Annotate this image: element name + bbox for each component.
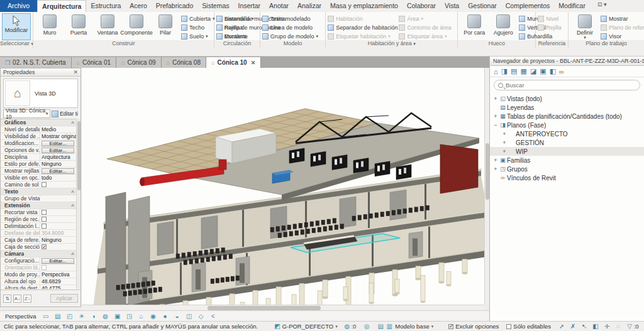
- expander-icon[interactable]: +: [501, 131, 508, 137]
- view-tab-c-nica-09[interactable]: ⌂Cónica 09: [116, 57, 161, 68]
- por-cara-button[interactable]: Por cara: [460, 13, 489, 40]
- sun-path-icon[interactable]: ☀: [77, 312, 86, 320]
- constraints-icon[interactable]: ◇: [197, 312, 206, 320]
- visual-style-icon[interactable]: ◰: [65, 312, 74, 320]
- texto-modelado-button[interactable]: Texto modelado: [262, 14, 318, 23]
- property-section-texto[interactable]: Texto: [1, 188, 77, 195]
- property-row-delimitaci-n-l-[interactable]: Delimitación l...: [1, 223, 77, 230]
- tree-item-wip[interactable]: +WIP: [490, 147, 644, 156]
- editar-button[interactable]: Editar...: [42, 168, 74, 174]
- drag-on-selection-icon[interactable]: ✛: [602, 322, 611, 330]
- search-input[interactable]: [506, 82, 636, 89]
- tab-arquitectura[interactable]: Arquitectura: [37, 0, 86, 12]
- analytical-icon[interactable]: ◫: [185, 312, 194, 320]
- habitaci-n-button[interactable]: Habitación: [328, 14, 397, 23]
- panel-label-modelo[interactable]: Modelo: [260, 40, 325, 48]
- tab-estructura[interactable]: Estructura: [86, 0, 125, 12]
- drawing-area[interactable]: IZQUIERDA FRONTAL ▾ ▾: [82, 68, 484, 305]
- panel-label-seleccionar[interactable]: Seleccionar ▾: [0, 40, 33, 48]
- expander-icon[interactable]: +: [492, 113, 499, 119]
- expander-icon[interactable]: +: [492, 95, 499, 102]
- sheets-icon[interactable]: ▦: [520, 67, 526, 75]
- l-nea-de-modelo-button[interactable]: Línea de modelo: [262, 23, 318, 31]
- expander-icon[interactable]: +: [492, 166, 499, 172]
- cubierta-button[interactable]: Cubierta▾: [181, 14, 215, 23]
- families-icon[interactable]: ◪: [530, 67, 536, 75]
- property-row-modo-de-proy-[interactable]: Modo de proy...Perspectiva: [1, 271, 77, 278]
- property-row-caja-de-secci-n[interactable]: Caja de sección: [1, 244, 77, 251]
- editar-button[interactable]: Editar...: [42, 258, 74, 264]
- visor-button[interactable]: Visor: [601, 32, 644, 40]
- shadows-icon[interactable]: ◑: [89, 312, 98, 320]
- panel-label-hueco[interactable]: Hueco: [458, 40, 535, 48]
- suelo-button[interactable]: Suelo▾: [181, 32, 215, 40]
- crop-region-icon[interactable]: ◳: [125, 312, 134, 320]
- property-row-visibilidad-de-[interactable]: Visibilidad de ...Mostrar original: [1, 133, 77, 140]
- select-underlay-icon[interactable]: ✗: [569, 322, 577, 330]
- checkbox[interactable]: [42, 182, 47, 187]
- property-row-desfase-de-del-[interactable]: Desfase de del...304.8000: [1, 230, 77, 237]
- editing-requests-icon[interactable]: ◍: [343, 323, 352, 330]
- tree-item-planos-fase-[interactable]: −◨Planos (Fase): [490, 121, 644, 129]
- expander-icon[interactable]: −: [492, 122, 499, 128]
- escalera-button[interactable]: Escalera: [216, 32, 254, 40]
- crop-view-icon[interactable]: ▣: [113, 312, 122, 320]
- select-by-face-icon[interactable]: ◧: [591, 322, 600, 330]
- filter-icon[interactable]: ▽: [625, 322, 634, 330]
- apply-button[interactable]: Aplicar: [50, 294, 78, 303]
- close-tab-icon[interactable]: ✕: [251, 60, 256, 66]
- viewport-horizontal-scrollbar[interactable]: [82, 305, 484, 310]
- sort-grouped-icon[interactable]: Z↓: [23, 295, 31, 303]
- select-links-icon[interactable]: ➚: [557, 322, 566, 330]
- editar-button[interactable]: Editar...: [42, 148, 74, 153]
- ribbon-display-toggle-icon[interactable]: ⊡ ▾: [594, 0, 611, 12]
- editable-only-checkbox[interactable]: Sólo editables: [506, 323, 551, 330]
- revit-links-icon[interactable]: ◧: [550, 67, 556, 75]
- property-section-cámara[interactable]: Cámara: [1, 251, 77, 258]
- checkbox[interactable]: [42, 244, 47, 249]
- view-tab-c-nica-08[interactable]: ⌂Cónica 08: [162, 57, 206, 68]
- checkbox[interactable]: [42, 265, 47, 270]
- property-row-mostrar-rejillas[interactable]: Mostrar rejillasEditar...: [1, 168, 77, 175]
- etiquetar-habitaci-n-button[interactable]: Etiquetar habitación▾: [328, 32, 397, 40]
- rejilla-button[interactable]: Rejilla: [538, 23, 562, 31]
- tab-archivo[interactable]: Archivo: [0, 0, 37, 12]
- home-icon[interactable]: ⌂: [494, 68, 498, 75]
- design-options-icon[interactable]: ▤: [376, 323, 385, 330]
- expander-icon[interactable]: +: [501, 148, 508, 155]
- property-row-nivel-de-detalle[interactable]: Nivel de detalleMedio: [1, 126, 77, 133]
- nivel-button[interactable]: Nivel: [538, 14, 562, 23]
- render-icon[interactable]: ◍: [101, 312, 110, 320]
- tree-item-grupos[interactable]: +◳Grupos: [490, 165, 644, 173]
- panel-label-referencia[interactable]: Referencia: [536, 40, 568, 48]
- expand-icon[interactable]: <: [209, 312, 218, 320]
- exclude-options-checkbox[interactable]: Excluir opciones: [448, 323, 499, 330]
- componente-button[interactable]: Componente: [122, 13, 151, 40]
- property-row-modificacion-[interactable]: Modificacion...Editar...: [1, 140, 77, 147]
- checkbox[interactable]: [42, 217, 47, 222]
- property-row-recortar-vista[interactable]: Recortar vista: [1, 209, 77, 216]
- press-drag-icon[interactable]: ◌: [614, 322, 623, 330]
- techo-button[interactable]: Techo: [181, 23, 215, 31]
- tree-item-gesti-n[interactable]: +GESTIÓN: [490, 138, 644, 147]
- checkbox[interactable]: [42, 224, 47, 229]
- -rea-button[interactable]: Área▾: [399, 14, 451, 23]
- tab-sistemas[interactable]: Sistemas: [197, 0, 233, 12]
- tree-item-leyendas[interactable]: ▤Leyendas: [490, 103, 644, 112]
- property-row-grupo-de-vistas[interactable]: Grupo de Vistas: [1, 195, 77, 202]
- etiquetar-rea-button[interactable]: Etiquetar área▾: [399, 32, 451, 40]
- tree-item-anteproyecto[interactable]: +ANTEPROYECTO: [490, 129, 644, 138]
- property-row-caja-de-refere-[interactable]: Caja de refere...Ninguno: [1, 237, 77, 244]
- close-icon[interactable]: ✕: [73, 69, 78, 75]
- property-row-visible-en-opc-[interactable]: Visible en opc...todo: [1, 175, 77, 182]
- scale-icon[interactable]: ▭: [42, 312, 50, 320]
- tab-acero[interactable]: Acero: [125, 0, 151, 12]
- property-row-camino-de-sol[interactable]: Camino de sol: [1, 182, 77, 188]
- worksharing-display-icon[interactable]: ◎: [362, 323, 371, 330]
- plano-de-referencia-button[interactable]: Plano de referencia: [601, 23, 644, 31]
- view-tab-c-nica-01[interactable]: ⌂Cónica 01: [72, 57, 116, 68]
- views-icon[interactable]: ◨: [501, 67, 508, 75]
- perspective-label[interactable]: Perspectiva: [5, 313, 36, 320]
- temp-properties-icon[interactable]: ◒: [173, 312, 182, 320]
- tab-analizar[interactable]: Analizar: [293, 0, 326, 12]
